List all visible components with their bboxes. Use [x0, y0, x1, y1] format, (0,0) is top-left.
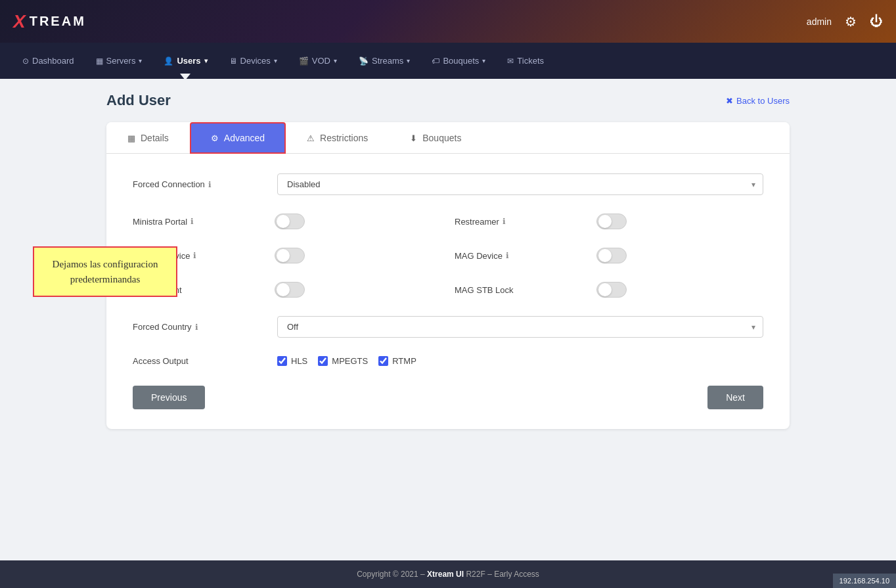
nav-label-servers: Servers: [106, 56, 136, 66]
nav-item-vod[interactable]: 🎬 VOD ▾: [290, 51, 346, 71]
forced-connection-select[interactable]: Disabled Enabled: [277, 173, 763, 195]
tab-details-label: Details: [141, 133, 169, 143]
nav-item-users[interactable]: 👤 Users ▾: [154, 51, 216, 71]
mag-stb-lock-toggle-knob: [598, 283, 612, 296]
forced-country-info-icon[interactable]: ℹ: [195, 323, 198, 332]
tab-advanced[interactable]: ⚙ Advanced: [190, 122, 286, 154]
back-to-users-link[interactable]: ✖ Back to Users: [726, 96, 790, 106]
ministra-portal-label: Ministra Portal ℹ: [133, 217, 264, 227]
enigma-device-toggle[interactable]: [275, 248, 305, 263]
hls-checkbox-item[interactable]: HLS: [277, 356, 307, 366]
rtmp-checkbox[interactable]: [378, 356, 388, 366]
forced-country-select-wrapper: Off On ▾: [277, 316, 763, 338]
annotation-text: Dejamos las configuracion predeterminand…: [53, 259, 158, 284]
access-output-label-text: Access Output: [133, 356, 189, 366]
form-body: Forced Connection ℹ Disabled Enabled ▾: [106, 154, 790, 429]
restreamer-label-text: Restreamer: [455, 217, 499, 227]
nav-label-bouquets: Bouquets: [443, 56, 479, 66]
power-icon[interactable]: ⏻: [870, 14, 883, 29]
restreamer-group: Restreamer ℹ: [455, 214, 763, 229]
gear-icon[interactable]: ⚙: [845, 14, 857, 30]
footer-version: R22F – Early Access: [466, 570, 539, 579]
nav-label-devices: Devices: [240, 56, 271, 66]
topbar: X TREAM admin ⚙ ⏻: [0, 0, 896, 43]
nav-item-devices[interactable]: 🖥 Devices ▾: [220, 51, 286, 71]
advanced-tab-icon: ⚙: [211, 133, 219, 143]
rtmp-checkbox-item[interactable]: RTMP: [378, 356, 416, 366]
restreamer-toggle[interactable]: [596, 214, 627, 229]
enigma-device-info-icon[interactable]: ℹ: [193, 251, 196, 260]
footer-brand: Xtream UI: [427, 570, 464, 579]
nav-item-servers[interactable]: ▦ Servers ▾: [87, 51, 152, 71]
ministra-portal-toggle-knob: [277, 215, 290, 228]
ministra-restreamer-row: Ministra Portal ℹ Restreamer ℹ: [133, 214, 763, 229]
details-tab-icon: ▦: [127, 133, 135, 143]
nav-label-tickets: Tickets: [517, 56, 544, 66]
trial-account-toggle[interactable]: [275, 282, 305, 298]
mag-device-toggle-knob: [598, 249, 612, 262]
mpegts-checkbox-item[interactable]: MPEGTS: [318, 356, 368, 366]
footer-copy: Copyright © 2021 –: [357, 570, 425, 579]
nav-item-streams[interactable]: 📡 Streams ▾: [349, 51, 419, 71]
restreamer-info-icon[interactable]: ℹ: [503, 217, 506, 226]
annotation-box: Dejamos las configuracion predeterminand…: [33, 246, 177, 297]
trial-account-group: Trial Account: [133, 282, 441, 298]
restrictions-tab-icon: ⚠: [307, 133, 315, 143]
mag-device-info-icon[interactable]: ℹ: [506, 251, 509, 260]
access-output-row: Access Output HLS MPEGTS R: [133, 356, 763, 366]
forced-country-label-text: Forced Country: [133, 322, 192, 332]
mag-device-label: MAG Device ℹ: [455, 251, 586, 261]
bouquets-tab-icon: ⬇: [410, 133, 417, 143]
ministra-portal-group: Ministra Portal ℹ: [133, 214, 441, 229]
mag-stb-lock-toggle[interactable]: [596, 282, 627, 298]
logo-text: TREAM: [30, 14, 86, 29]
tab-bouquets[interactable]: ⬇ Bouquets: [389, 122, 482, 154]
nav-item-tickets[interactable]: ✉ Tickets: [498, 51, 553, 71]
nav-item-bouquets[interactable]: 🏷 Bouquets ▾: [422, 51, 495, 71]
forced-connection-info-icon[interactable]: ℹ: [208, 180, 212, 189]
rtmp-label: RTMP: [392, 356, 416, 366]
mag-device-toggle[interactable]: [596, 248, 627, 263]
ministra-portal-toggle[interactable]: [275, 214, 305, 229]
page-title: Add User: [106, 92, 171, 109]
forced-connection-row: Forced Connection ℹ Disabled Enabled ▾: [133, 173, 763, 195]
forced-connection-label: Forced Connection ℹ: [133, 179, 264, 189]
tab-restrictions-label: Restrictions: [320, 133, 368, 143]
tabs-bar: ▦ Details ⚙ Advanced ⚠ Restrictions ⬇ Bo…: [106, 122, 790, 154]
nav-label-users: Users: [177, 56, 200, 66]
mpegts-checkbox[interactable]: [318, 356, 328, 366]
bouquets-icon: 🏷: [432, 57, 439, 66]
mag-stb-lock-label: MAG STB Lock: [455, 285, 586, 295]
nav-label-streams: Streams: [372, 56, 403, 66]
nav-item-dashboard[interactable]: ⊙ Dashboard: [13, 51, 83, 71]
hls-checkbox[interactable]: [277, 356, 287, 366]
logo-x-icon: X: [13, 11, 26, 32]
form-buttons: Previous Next: [133, 386, 763, 409]
tickets-icon: ✉: [507, 57, 514, 66]
nav-label-dashboard: Dashboard: [32, 56, 74, 66]
previous-button[interactable]: Previous: [133, 386, 205, 409]
back-label: Back to Users: [736, 96, 790, 106]
main-nav: ⊙ Dashboard ▦ Servers ▾ 👤 Users ▾ 🖥 Devi…: [0, 43, 896, 79]
enigma-device-toggle-knob: [277, 249, 290, 262]
tab-restrictions[interactable]: ⚠ Restrictions: [286, 122, 389, 154]
topbar-right: admin ⚙ ⏻: [807, 14, 883, 30]
dashboard-icon: ⊙: [22, 57, 29, 66]
devices-icon: 🖥: [229, 57, 237, 66]
enigma-device-group: Enigma Device ℹ: [133, 248, 441, 263]
enigma-mag-row: Enigma Device ℹ MAG Device ℹ: [133, 248, 763, 263]
users-icon: 👤: [164, 57, 173, 66]
forced-country-select[interactable]: Off On: [277, 316, 763, 338]
tab-details[interactable]: ▦ Details: [106, 122, 190, 154]
next-button[interactable]: Next: [707, 386, 763, 409]
trial-account-toggle-knob: [277, 283, 290, 296]
add-user-card: ▦ Details ⚙ Advanced ⚠ Restrictions ⬇ Bo…: [106, 122, 790, 429]
back-icon: ✖: [726, 96, 733, 106]
hls-label: HLS: [291, 356, 307, 366]
servers-caret-icon: ▾: [139, 57, 142, 64]
nav-label-vod: VOD: [312, 56, 330, 66]
ministra-portal-info-icon[interactable]: ℹ: [190, 217, 194, 226]
forced-country-label: Forced Country ℹ: [133, 322, 264, 332]
page-content: Add User ✖ Back to Users ▦ Details ⚙ Adv…: [87, 79, 809, 442]
page-header: Add User ✖ Back to Users: [106, 92, 790, 109]
